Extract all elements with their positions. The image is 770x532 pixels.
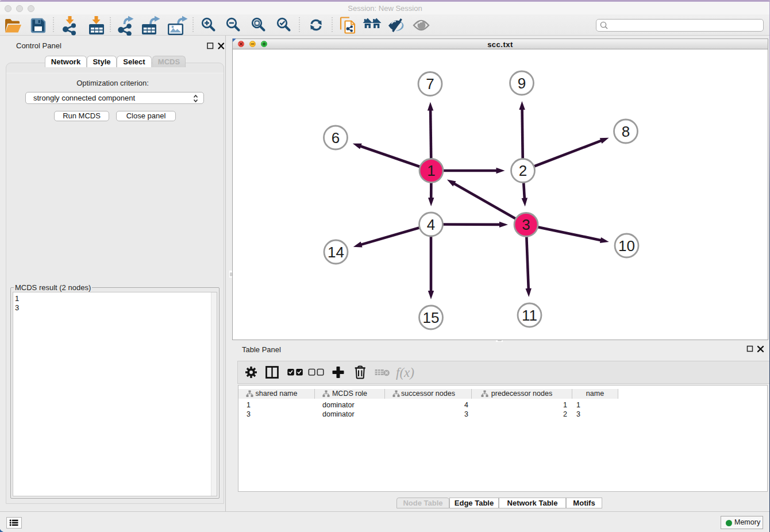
svg-text:6: 6 [332,129,340,147]
svg-text:14: 14 [328,244,344,261]
svg-text:10: 10 [618,237,635,255]
svg-text:1: 1 [427,162,435,179]
svg-text:9: 9 [518,75,526,92]
svg-text:3: 3 [522,216,530,233]
svg-text:2: 2 [519,162,527,179]
svg-text:7: 7 [426,75,434,92]
svg-text:f(x): f(x) [396,365,414,380]
svg-text:4: 4 [427,216,435,233]
svg-text:8: 8 [622,123,630,140]
svg-text:11: 11 [522,307,537,324]
svg-text:15: 15 [423,309,440,326]
